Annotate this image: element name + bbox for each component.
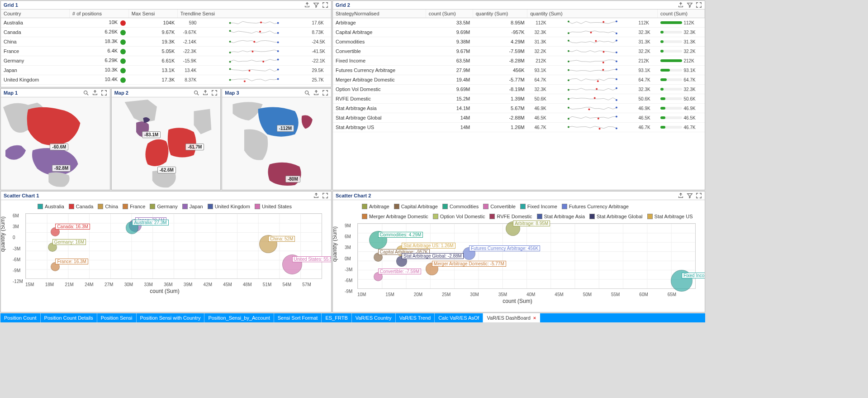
cell-trendline: 13.4K29.5K — [177, 66, 331, 75]
table-row[interactable]: United States 25.2K 27.3K -58.7K-10.9K — [1, 85, 331, 88]
table-row[interactable]: Stat Arbitrage Global 14M -2.88M 46.5K46… — [333, 113, 705, 123]
export-icon[interactable] — [92, 90, 98, 96]
grid1-col-header[interactable]: Max Sensi — [128, 10, 177, 18]
grid2-col-header[interactable]: quantity (Sum) — [527, 10, 658, 18]
maximize-icon[interactable] — [322, 2, 328, 8]
maximize-icon[interactable] — [101, 90, 107, 96]
map3-body[interactable]: -112M-80M — [222, 97, 331, 190]
table-row[interactable]: Stat Arbitrage Asia 14.1M 5.67M 46.9K46.… — [333, 104, 705, 113]
legend-item[interactable]: Arbitrage — [362, 204, 389, 209]
table-row[interactable]: China 18.3K 19.3K -2.14K-24.5K — [1, 37, 331, 47]
legend-item[interactable]: Fixed Income — [520, 204, 557, 209]
legend-item[interactable]: Stat Arbitrage Asia — [537, 214, 585, 219]
tab-var-es-trend[interactable]: VaR/ES Trend — [396, 313, 435, 322]
legend-item[interactable]: Commodities — [442, 204, 479, 209]
legend-item[interactable]: France — [123, 204, 145, 209]
map-value-label: -92.8M — [52, 165, 71, 172]
legend-item[interactable]: United States — [255, 204, 292, 209]
cell-qty: 1.26M — [473, 123, 527, 132]
map1-body[interactable]: -60.6M-92.8M — [1, 97, 110, 190]
map2-body[interactable]: -83.1M-62.6M-61.7M — [112, 97, 221, 190]
table-row[interactable]: United Kingdom 10.4K 17.3K 8.37K25.7K — [1, 75, 331, 85]
legend-item[interactable]: Canada — [69, 204, 94, 209]
table-row[interactable]: RVFE Domestic 15.2M 1.39M 50.6K50.6K 50.… — [333, 94, 705, 104]
table-row[interactable]: Canada 6.26K 9.67K -9.67K8.73K — [1, 28, 331, 37]
legend-item[interactable]: Futures Currency Arbitrage — [562, 204, 629, 209]
table-row[interactable]: Option Vol Domestic 9.69M -8.19M 32.3K32… — [333, 85, 705, 94]
legend-item[interactable]: Option Vol Domestic — [433, 214, 485, 219]
grid2-col-header[interactable]: StrategyNormalised — [333, 10, 426, 18]
tab-var-es-country[interactable]: VaR/ES Country — [352, 313, 396, 322]
legend-item[interactable]: United Kingdom — [208, 204, 250, 209]
grid2-col-header[interactable]: quantity (Sum) — [473, 10, 527, 18]
maximize-icon[interactable] — [211, 90, 218, 96]
table-row[interactable]: Commodities 9.38M 4.29M 31.3K31.3K 31.3K — [333, 37, 705, 47]
legend-item[interactable]: Stat Arbitrage US — [647, 214, 693, 219]
tab-calc-var-es-asof[interactable]: Calc VaR/ES AsOf — [435, 313, 483, 322]
cell-spark: 32.2K32.2K — [527, 47, 658, 56]
legend-item[interactable]: Merger Arbitrage Domestic — [362, 214, 428, 219]
table-row[interactable]: Japan 10.3K 13.1K 13.4K29.5K — [1, 66, 331, 75]
grid2-col-header[interactable]: count (Sum) — [426, 10, 473, 18]
legend-item[interactable]: China — [98, 204, 118, 209]
table-row[interactable]: Stat Arbitrage US 14M 1.26M 46.7K46.7K 4… — [333, 123, 705, 132]
zoom-icon[interactable] — [83, 90, 89, 96]
grid2-col-header[interactable]: count (Sum) — [658, 10, 705, 18]
filter-icon[interactable] — [687, 192, 693, 199]
close-icon[interactable]: × — [533, 315, 536, 321]
scatter2-body[interactable]: ArbitrageCapital ArbitrageCommoditiesCon… — [333, 200, 705, 312]
export-icon[interactable] — [202, 90, 209, 96]
legend-item[interactable]: RVFE Domestic — [489, 214, 532, 219]
table-row[interactable]: Australia 10K 104K 59017.6K — [1, 18, 331, 28]
legend-item[interactable]: Convertible — [483, 204, 516, 209]
cell-bar: 212K — [658, 56, 705, 66]
grid1-table[interactable]: Country# of positionsMax SensiTrendline … — [1, 10, 331, 87]
export-icon[interactable] — [304, 2, 310, 8]
maximize-icon[interactable] — [696, 2, 702, 8]
cell-positions: 18.3K — [70, 37, 129, 47]
scatter1-plot-area[interactable]: Japan: 28.1M Australia: 27.3M Canada: 16… — [25, 213, 322, 279]
tab-position-count[interactable]: Position Count — [0, 313, 41, 322]
table-row[interactable]: France 6.4K 5.05K -22.3K-41.5K — [1, 47, 331, 56]
grid1-col-header[interactable]: # of positions — [70, 10, 129, 18]
grid2-table[interactable]: StrategyNormalisedcount (Sum)quantity (S… — [333, 10, 705, 132]
tab-position-sensi[interactable]: Position Sensi — [97, 313, 137, 322]
tab-sensi-sort-format[interactable]: Sensi Sort Format — [274, 313, 322, 322]
filter-icon[interactable] — [687, 2, 693, 8]
table-row[interactable]: Capital Arbitrage 9.69M -957K 32.3K32.3K… — [333, 28, 705, 37]
tab-position_sensi_by_account[interactable]: Position_Sensi_by_Account — [204, 313, 274, 322]
tab-position-count-details[interactable]: Position Count Details — [41, 313, 97, 322]
tab-active[interactable]: VaR/ES DashBoard× — [483, 313, 540, 322]
maximize-icon[interactable] — [322, 192, 328, 199]
tab-position-sensi-with-country[interactable]: Position Sensi with Country — [137, 313, 205, 322]
legend-item[interactable]: Germany — [150, 204, 177, 209]
maximize-icon[interactable] — [322, 90, 328, 96]
zoom-icon[interactable] — [304, 90, 310, 96]
table-row[interactable]: Futures Currency Arbitrage 27.9M 456K 93… — [333, 66, 705, 75]
grid1-col-header[interactable]: Country — [1, 10, 70, 18]
legend-item[interactable]: Stat Arbitrage Global — [589, 214, 643, 219]
table-row[interactable]: Arbitrage 33.5M 8.95M 112K112K 112K — [333, 18, 705, 28]
svg-point-28 — [590, 32, 592, 34]
scatter2-plot-area[interactable]: Arbitrage: 8.95M Commodities: 4.29M Stat… — [357, 223, 696, 289]
svg-point-8 — [277, 42, 279, 43]
tab-es_frtb[interactable]: ES_FRTB — [322, 313, 351, 322]
export-icon[interactable] — [313, 192, 319, 199]
maximize-icon[interactable] — [696, 192, 702, 199]
table-row[interactable]: Fixed Income 63.5M -8.28M 212K212K 212K — [333, 56, 705, 66]
grid1-col-header[interactable]: Trendline Sensi — [177, 10, 331, 18]
filter-icon[interactable] — [313, 2, 319, 8]
legend-item[interactable]: Japan — [182, 204, 203, 209]
scatter1-body[interactable]: AustraliaCanadaChinaFranceGermanyJapanUn… — [1, 200, 331, 312]
table-row[interactable]: Germany 6.29K 6.61K -15.9K-22.1K — [1, 56, 331, 66]
export-icon[interactable] — [313, 90, 319, 96]
export-icon[interactable] — [678, 192, 684, 199]
legend-item[interactable]: Australia — [38, 204, 64, 209]
table-row[interactable]: Convertible 9.67M -7.59M 32.2K32.2K 32.2… — [333, 47, 705, 56]
export-icon[interactable] — [678, 2, 684, 8]
legend-item[interactable]: Capital Arbitrage — [394, 204, 438, 209]
cell-bar: 46.7K — [658, 123, 705, 132]
zoom-icon[interactable] — [193, 90, 199, 96]
table-row[interactable]: Merger Arbitrage Domestic 19.4M -5.77M 6… — [333, 75, 705, 85]
svg-point-27 — [568, 32, 569, 34]
